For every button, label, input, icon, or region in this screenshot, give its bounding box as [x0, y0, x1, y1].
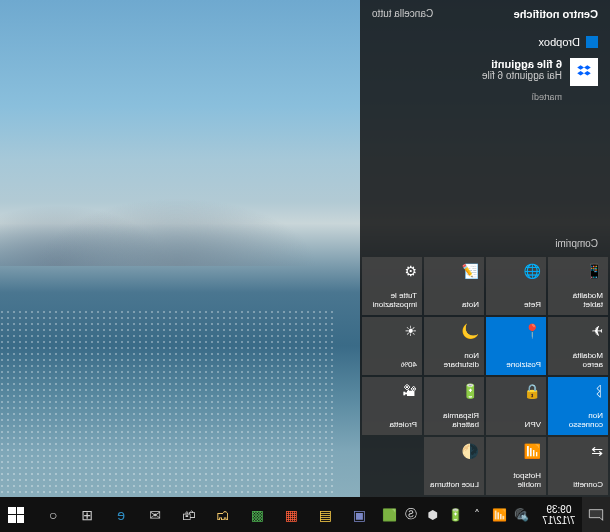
quick-action-icon: 📱: [553, 262, 603, 280]
notification-app-name: Dropbox: [538, 36, 580, 48]
skype-icon[interactable]: Ⓢ: [404, 508, 418, 522]
quick-action-icon: 🔋: [429, 382, 479, 400]
quick-action-icon: ✈: [553, 322, 603, 340]
quick-action-icon: 🌐: [491, 262, 541, 280]
quick-action-label: Luce notturna: [429, 481, 479, 490]
quick-action-label: Hotspot mobile: [491, 472, 541, 490]
action-center-panel: Centro notifiche Cancella tutto Dropbox …: [360, 0, 610, 497]
file-explorer-icon[interactable]: 🗂: [208, 500, 238, 530]
quick-action-label: Non disturbare: [429, 352, 479, 370]
mail-icon[interactable]: ✉: [140, 500, 170, 530]
dropbox-app-icon: [586, 36, 598, 48]
quick-action-tile-6[interactable]: 🌙Non disturbare: [424, 317, 484, 375]
quick-action-tile-0[interactable]: 📱Modalità tablet: [548, 257, 608, 315]
store-icon[interactable]: 🛍: [174, 500, 204, 530]
quick-action-tile-4[interactable]: ✈Modalità aereo: [548, 317, 608, 375]
quick-action-tile-9[interactable]: 🔒VPN: [486, 377, 546, 435]
quick-action-tile-13[interactable]: 📶Hotspot mobile: [486, 437, 546, 495]
quick-action-icon: 🌓: [429, 442, 479, 460]
quick-action-tile-3[interactable]: ⚙Tutte le impostazioni: [362, 257, 422, 315]
notification-time: martedì: [372, 92, 598, 102]
quick-action-label: Modalità aereo: [553, 352, 603, 370]
system-tray: 🔊 📶 ˄ 🔋 ⬢ Ⓢ 🟩: [374, 508, 536, 522]
dropbox-tray-icon[interactable]: ⬢: [426, 508, 440, 522]
quick-action-label: Rete: [491, 301, 541, 310]
quick-action-tile-11[interactable]: 📽Proietta: [362, 377, 422, 435]
quick-action-label: Proietta: [367, 421, 417, 430]
app-icon-4[interactable]: ▩: [242, 500, 272, 530]
volume-icon[interactable]: 🔊: [514, 508, 528, 522]
start-button[interactable]: [0, 497, 32, 532]
chevron-up-icon[interactable]: ˄: [470, 508, 484, 522]
quick-action-icon: ☀: [367, 322, 417, 340]
quick-action-label: Modalità tablet: [553, 292, 603, 310]
quick-action-icon: 🔒: [491, 382, 541, 400]
italian-ime-icon[interactable]: 🟩: [382, 508, 396, 522]
dropbox-icon: [570, 58, 598, 86]
wallpaper-mountain: [0, 170, 336, 266]
panel-spacer: [360, 110, 610, 232]
quick-action-icon: ⚙: [367, 262, 417, 280]
cortana-icon[interactable]: ○: [38, 500, 68, 530]
quick-action-icon: 📽: [367, 382, 417, 400]
quick-action-tile-5[interactable]: 📍Posizione: [486, 317, 546, 375]
task-view-icon[interactable]: ⊞: [72, 500, 102, 530]
clear-all-link[interactable]: Cancella tutto: [372, 8, 433, 20]
quick-action-tile-10[interactable]: 🔋Risparmia batteria: [424, 377, 484, 435]
notification-app-header[interactable]: Dropbox: [372, 36, 598, 48]
edge-icon[interactable]: e: [106, 500, 136, 530]
wifi-icon[interactable]: 📶: [492, 508, 506, 522]
quick-action-icon: 📍: [491, 322, 541, 340]
quick-action-tile-7[interactable]: ☀40%: [362, 317, 422, 375]
quick-action-tile-1[interactable]: 🌐Rete: [486, 257, 546, 315]
taskbar-clock[interactable]: 09:39 7/12/17: [536, 504, 581, 526]
taskbar: 09:39 7/12/17 🔊 📶 ˄ 🔋 ⬢ Ⓢ 🟩 ▣ ▤ ▦ ▩ 🗂 🛍 …: [0, 497, 610, 532]
quick-action-tile-14[interactable]: 🌓Luce notturna: [424, 437, 484, 495]
quick-action-label: Non connesso: [553, 412, 603, 430]
quick-action-icon: 🌙: [429, 322, 479, 340]
notification-item[interactable]: 6 file aggiunti Hai aggiunto 6 file: [372, 54, 598, 90]
quick-action-label: VPN: [491, 421, 541, 430]
notification-group: Dropbox 6 file aggiunti Hai aggiunto 6 f…: [360, 28, 610, 110]
clock-time: 09:39: [542, 504, 575, 515]
quick-action-label: Connetti: [553, 481, 603, 490]
notification-body: Hai aggiunto 6 file: [372, 70, 562, 81]
windows-logo-icon: [8, 507, 24, 523]
notification-text: 6 file aggiunti Hai aggiunto 6 file: [372, 58, 562, 81]
taskbar-apps: ▣ ▤ ▦ ▩ 🗂 🛍 ✉ e ⊞ ○: [32, 500, 374, 530]
quick-action-label: 40%: [367, 361, 417, 370]
action-center-title: Centro notifiche: [514, 8, 598, 20]
app-icon-1[interactable]: ▣: [344, 500, 374, 530]
quick-action-icon: ⇄: [553, 442, 603, 460]
quick-action-tile-2[interactable]: 📝Nota: [424, 257, 484, 315]
quick-action-tile-8[interactable]: ᛒNon connesso: [548, 377, 608, 435]
quick-action-icon: 📝: [429, 262, 479, 280]
action-center-header: Centro notifiche Cancella tutto: [360, 0, 610, 28]
quick-action-icon: ᛒ: [553, 382, 603, 400]
quick-action-tile-12[interactable]: ⇄Connetti: [548, 437, 608, 495]
battery-icon[interactable]: 🔋: [448, 508, 462, 522]
clock-date: 7/12/17: [542, 515, 575, 526]
quick-action-label: Tutte le impostazioni: [367, 292, 417, 310]
quick-actions-grid: 📱Modalità tablet🌐Rete📝Nota⚙Tutte le impo…: [360, 255, 610, 497]
quick-action-label: Risparmia batteria: [429, 412, 479, 430]
quick-action-label: Posizione: [491, 361, 541, 370]
notification-title: 6 file aggiunti: [372, 58, 562, 70]
collapse-link[interactable]: Comprimi: [360, 232, 610, 255]
app-icon-2[interactable]: ▤: [310, 500, 340, 530]
action-center-button[interactable]: [582, 497, 610, 532]
quick-action-label: Nota: [429, 301, 479, 310]
app-icon-3[interactable]: ▦: [276, 500, 306, 530]
quick-action-icon: 📶: [491, 442, 541, 460]
